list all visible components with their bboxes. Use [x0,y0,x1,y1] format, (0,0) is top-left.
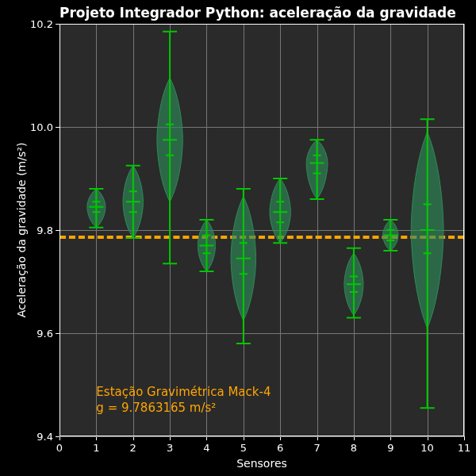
y-tick-label: 10.2 [30,18,60,30]
x-tick-label: 5 [240,442,247,454]
x-tick-label: 10 [420,442,434,454]
annotation-line2: g = 9.7863165 m/s² [96,401,216,415]
x-tick-label: 3 [167,442,173,454]
reference-line [60,236,464,239]
y-gridline [60,230,464,231]
y-gridline [60,436,464,437]
chart-title: Projeto Integrador Python: aceleração da… [60,5,456,21]
x-tick-label: 8 [351,442,357,454]
x-tick-label: 9 [387,442,393,454]
x-tick-label: 7 [313,442,320,454]
y-tick-label: 9.6 [36,328,60,340]
y-tick-label: 10.0 [30,121,60,133]
x-tick-label: 6 [277,442,283,454]
x-axis-label: Sensores [236,457,287,470]
spine-bottom [60,436,464,436]
annotation-line1: Estação Gravimétrica Mack-4 [96,385,271,399]
y-axis-label: Aceleração da gravidade (m/s²) [15,143,28,318]
x-tick-label: 0 [56,442,63,454]
x-tick-label: 2 [130,442,136,454]
x-tick [464,436,465,440]
x-tick-label: 11 [458,442,471,454]
spine-left [60,24,60,436]
spine-right [463,24,464,436]
spine-top [60,24,464,25]
figure: Projeto Integrador Python: aceleração da… [0,0,476,476]
y-tick-label: 9.8 [36,225,60,236]
y-gridline [60,333,464,334]
x-tick-label: 4 [203,442,209,454]
x-tick-label: 1 [93,442,99,454]
axes-area: Aceleração da gravidade (m/s²) Sensores … [60,24,464,436]
y-gridline [60,127,464,128]
annotation-text: Estação Gravimétrica Mack-4 g = 9.786316… [96,385,271,416]
y-tick-label: 9.4 [36,431,60,443]
x-gridline [464,24,465,436]
